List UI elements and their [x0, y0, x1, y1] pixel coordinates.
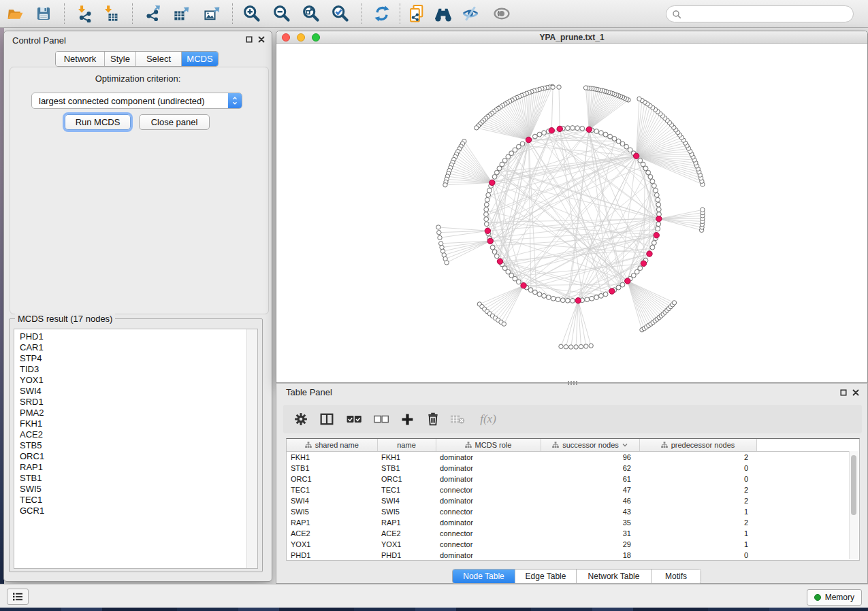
- table-row[interactable]: TEC1TEC1connector472: [287, 484, 851, 495]
- memory-button[interactable]: Memory: [807, 589, 862, 606]
- clone-network-button[interactable]: [405, 2, 428, 25]
- zoom-in-button[interactable]: [240, 2, 263, 25]
- table-cell[interactable]: 0: [639, 463, 756, 474]
- mcds-result-item[interactable]: STB5: [20, 440, 257, 451]
- table-cell[interactable]: SWI5: [377, 506, 436, 517]
- table-cell[interactable]: dominator: [436, 474, 541, 484]
- table-row[interactable]: PHD1PHD1dominator180: [287, 550, 851, 561]
- table-cell[interactable]: PHD1: [377, 550, 436, 561]
- table-cell[interactable]: dominator: [436, 463, 541, 474]
- table-cell[interactable]: FKH1: [377, 452, 436, 463]
- unselect-all-columns-button[interactable]: [373, 411, 389, 427]
- table-cell[interactable]: 31: [541, 528, 639, 539]
- show-columns-button[interactable]: [319, 411, 335, 427]
- table-cell[interactable]: ACE2: [377, 528, 436, 539]
- table-cell[interactable]: ORC1: [377, 474, 436, 484]
- tab-select[interactable]: Select: [136, 52, 182, 66]
- table-cell[interactable]: SWI5: [287, 506, 377, 517]
- table-row[interactable]: SWI5SWI5connector431: [287, 506, 851, 517]
- table-cell[interactable]: 46: [541, 495, 639, 506]
- table-cell[interactable]: 1: [639, 528, 756, 539]
- table-row[interactable]: RAP1RAP1dominator352: [287, 517, 851, 528]
- column-header[interactable]: MCDS role: [436, 439, 541, 452]
- mcds-result-item[interactable]: SWI5: [20, 484, 257, 495]
- close-panel-icon[interactable]: [258, 36, 265, 43]
- table-cell[interactable]: 2: [639, 517, 756, 528]
- table-cell[interactable]: 1: [639, 506, 756, 517]
- table-cell[interactable]: connector: [436, 528, 541, 539]
- table-cell[interactable]: YOX1: [287, 539, 377, 550]
- table-cell[interactable]: SWI4: [377, 495, 436, 506]
- column-header[interactable]: name: [377, 439, 436, 452]
- table-cell[interactable]: STB1: [377, 463, 436, 474]
- function-builder-button[interactable]: f(x): [477, 411, 500, 427]
- mcds-result-item[interactable]: TID3: [20, 364, 257, 375]
- mcds-result-item[interactable]: STB1: [20, 473, 257, 484]
- table-cell[interactable]: connector: [436, 484, 541, 495]
- mcds-result-item[interactable]: FKH1: [20, 418, 257, 429]
- table-cell[interactable]: SWI4: [287, 495, 377, 506]
- splitter-handle[interactable]: [568, 381, 577, 385]
- column-header[interactable]: shared name: [287, 439, 377, 452]
- mcds-result-item[interactable]: PHD1: [20, 331, 257, 342]
- table-row[interactable]: ACE2ACE2connector311: [287, 528, 851, 539]
- mcds-result-item[interactable]: YOX1: [20, 375, 257, 386]
- import-table-button[interactable]: [99, 2, 123, 25]
- table-cell[interactable]: 2: [639, 484, 756, 495]
- tab-network[interactable]: Network: [56, 52, 105, 66]
- table-cell[interactable]: 29: [541, 539, 639, 550]
- table-row[interactable]: STB1STB1dominator620: [287, 463, 851, 474]
- find-button[interactable]: [432, 2, 455, 25]
- column-header[interactable]: successor nodes: [541, 439, 639, 452]
- zoom-out-button[interactable]: [270, 2, 293, 25]
- table-cell[interactable]: 47: [541, 484, 639, 495]
- apply-layout-button[interactable]: [370, 2, 393, 25]
- show-all-button[interactable]: [490, 2, 513, 25]
- search-field[interactable]: [666, 5, 854, 22]
- delete-column-button[interactable]: [425, 411, 441, 427]
- table-cell[interactable]: 2: [639, 495, 756, 506]
- float-panel-icon[interactable]: [246, 36, 253, 43]
- table-row[interactable]: FKH1FKH1dominator962: [287, 452, 851, 463]
- mcds-result-item[interactable]: SWI4: [20, 386, 257, 397]
- tab-mcds[interactable]: MCDS: [182, 52, 218, 66]
- table-cell[interactable]: ACE2: [287, 528, 377, 539]
- table-cell[interactable]: ORC1: [287, 474, 377, 484]
- search-input[interactable]: [685, 9, 853, 20]
- table-cell[interactable]: 18: [541, 550, 639, 561]
- zoom-selected-button[interactable]: [329, 2, 352, 25]
- mcds-result-scrollbar[interactable]: [246, 329, 257, 568]
- table-cell[interactable]: dominator: [436, 517, 541, 528]
- mcds-result-list[interactable]: PHD1CAR1STP4TID3YOX1SWI4SRD1PMA2FKH1ACE2…: [14, 329, 258, 569]
- optimization-criterion-select[interactable]: largest connected component (undirected): [31, 93, 242, 109]
- close-table-panel-icon[interactable]: [852, 389, 859, 396]
- table-cell[interactable]: 1: [639, 539, 756, 550]
- float-table-panel-icon[interactable]: [840, 389, 847, 396]
- table-cell[interactable]: 0: [639, 474, 756, 484]
- table-cell[interactable]: TEC1: [287, 484, 377, 495]
- export-table-button[interactable]: [170, 2, 193, 25]
- tab-motifs[interactable]: Motifs: [652, 569, 701, 583]
- hide-selected-button[interactable]: [459, 2, 482, 25]
- table-row[interactable]: SWI4SWI4dominator462: [287, 495, 851, 506]
- delete-table-button[interactable]: [449, 411, 466, 427]
- table-cell[interactable]: 0: [639, 550, 756, 561]
- table-row[interactable]: ORC1ORC1dominator610: [287, 474, 851, 484]
- tab-style[interactable]: Style: [105, 52, 136, 66]
- table-settings-button[interactable]: [293, 411, 309, 427]
- tab-edge-table[interactable]: Edge Table: [515, 569, 577, 583]
- import-network-button[interactable]: [73, 2, 96, 25]
- select-all-columns-button[interactable]: [346, 411, 362, 427]
- table-scrollbar-thumb[interactable]: [851, 455, 856, 515]
- table-cell[interactable]: STB1: [287, 463, 377, 474]
- table-cell[interactable]: TEC1: [377, 484, 436, 495]
- open-session-button[interactable]: [3, 2, 27, 25]
- table-cell[interactable]: dominator: [436, 550, 541, 561]
- mcds-result-item[interactable]: GCR1: [20, 506, 257, 516]
- table-cell[interactable]: connector: [436, 506, 541, 517]
- table-cell[interactable]: connector: [436, 539, 541, 550]
- mcds-result-item[interactable]: CAR1: [20, 342, 257, 353]
- table-scrollbar[interactable]: [849, 451, 858, 559]
- mcds-result-item[interactable]: SRD1: [20, 397, 257, 408]
- export-network-button[interactable]: [142, 2, 165, 25]
